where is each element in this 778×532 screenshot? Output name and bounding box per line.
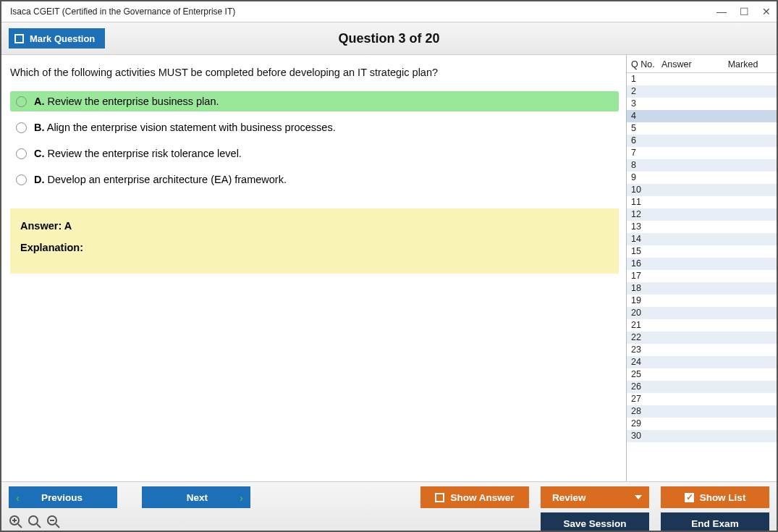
checkbox-icon <box>435 493 444 502</box>
qlist-row[interactable]: 26 <box>627 381 777 393</box>
qlist-row[interactable]: 25 <box>627 368 777 381</box>
mark-question-label: Mark Question <box>30 33 95 44</box>
choice-a[interactable]: A. Review the enterprise business plan. <box>10 91 619 111</box>
radio-icon <box>16 174 27 185</box>
qlist-row[interactable]: 15 <box>627 245 777 258</box>
qlist-row[interactable]: 10 <box>627 184 777 196</box>
save-session-button[interactable]: Save Session <box>541 512 649 532</box>
header-bar: Mark Question Question 3 of 20 <box>1 22 777 55</box>
col-qno: Q No. <box>631 59 661 69</box>
qlist-row[interactable]: 4 <box>627 110 777 122</box>
choice-label: B. Align the enterprise vision statement… <box>34 122 336 133</box>
chevron-right-icon: › <box>240 491 243 504</box>
question-list-header: Q No. Answer Marked <box>627 55 777 73</box>
checkbox-icon <box>14 34 24 43</box>
choice-b[interactable]: B. Align the enterprise vision statement… <box>10 117 619 138</box>
show-list-label: Show List <box>700 492 746 503</box>
question-text: Which of the following activities MUST b… <box>10 67 619 78</box>
qlist-row[interactable]: 28 <box>627 405 777 418</box>
radio-icon <box>16 122 27 133</box>
qlist-row[interactable]: 3 <box>627 98 777 110</box>
qlist-row[interactable]: 18 <box>627 282 777 295</box>
qlist-row[interactable]: 8 <box>627 159 777 172</box>
qlist-row[interactable]: 2 <box>627 85 777 98</box>
footer-row-2: Save Session End Exam <box>9 512 769 532</box>
svg-line-5 <box>37 524 41 528</box>
next-button[interactable]: Next › <box>142 486 250 508</box>
footer-row-1: ‹ Previous Next › Show Answer Review Sho… <box>9 486 769 508</box>
previous-button[interactable]: ‹ Previous <box>9 486 117 508</box>
save-session-label: Save Session <box>563 518 626 529</box>
choice-c[interactable]: C. Review the enterprise risk tolerance … <box>10 143 619 164</box>
close-icon[interactable]: ✕ <box>762 6 771 17</box>
qlist-row[interactable]: 20 <box>627 307 777 319</box>
choice-label: A. Review the enterprise business plan. <box>34 96 219 107</box>
qlist-row[interactable]: 23 <box>627 344 777 356</box>
svg-point-4 <box>29 516 38 525</box>
mark-question-button[interactable]: Mark Question <box>9 28 105 48</box>
choices-list: A. Review the enterprise business plan.B… <box>10 91 619 190</box>
answer-panel: Answer: A Explanation: <box>10 208 619 274</box>
choice-label: D. Develop an enterprise architecture (E… <box>34 174 287 185</box>
show-answer-label: Show Answer <box>450 492 514 503</box>
review-button[interactable]: Review <box>541 486 649 508</box>
qlist-row[interactable]: 27 <box>627 393 777 405</box>
end-exam-label: End Exam <box>691 518 738 529</box>
qlist-row[interactable]: 12 <box>627 208 777 221</box>
chevron-down-icon <box>635 495 642 499</box>
qlist-row[interactable]: 22 <box>627 332 777 344</box>
minimize-icon[interactable]: — <box>716 6 727 17</box>
qlist-row[interactable]: 13 <box>627 221 777 233</box>
checkbox-checked-icon <box>685 493 694 502</box>
qlist-row[interactable]: 30 <box>627 430 777 442</box>
qlist-row[interactable]: 17 <box>627 270 777 282</box>
qlist-row[interactable]: 5 <box>627 122 777 135</box>
titlebar: Isaca CGEIT (Certified in the Governance… <box>1 1 777 22</box>
qlist-row[interactable]: 1 <box>627 73 777 85</box>
qlist-row[interactable]: 6 <box>627 135 777 147</box>
qlist-row[interactable]: 16 <box>627 258 777 270</box>
qlist-row[interactable]: 19 <box>627 295 777 307</box>
answer-label: Answer: A <box>20 220 609 232</box>
footer-bar: ‹ Previous Next › Show Answer Review Sho… <box>1 481 777 532</box>
window-controls: — ☐ ✕ <box>716 6 771 17</box>
qlist-row[interactable]: 11 <box>627 196 777 208</box>
qlist-row[interactable]: 14 <box>627 233 777 245</box>
question-list-panel: Q No. Answer Marked 12345678910111213141… <box>626 55 777 481</box>
window-title: Isaca CGEIT (Certified in the Governance… <box>10 7 235 17</box>
svg-line-1 <box>18 524 22 528</box>
explanation-label: Explanation: <box>20 242 609 253</box>
svg-line-7 <box>56 524 59 528</box>
question-list[interactable]: 1234567891011121314151617181920212223242… <box>627 73 777 481</box>
col-marked: Marked <box>712 59 774 69</box>
zoom-in-icon[interactable] <box>9 515 23 533</box>
zoom-out-icon[interactable] <box>46 515 61 533</box>
col-answer: Answer <box>661 59 712 69</box>
qlist-row[interactable]: 24 <box>627 356 777 368</box>
show-list-button[interactable]: Show List <box>661 486 769 508</box>
zoom-icon[interactable] <box>28 515 42 533</box>
previous-label: Previous <box>18 492 106 503</box>
radio-icon <box>16 96 27 107</box>
qlist-row[interactable]: 7 <box>627 147 777 159</box>
end-exam-button[interactable]: End Exam <box>661 512 769 532</box>
qlist-row[interactable]: 9 <box>627 172 777 184</box>
next-label: Next <box>153 492 241 503</box>
maximize-icon[interactable]: ☐ <box>740 6 749 17</box>
radio-icon <box>16 148 27 159</box>
qlist-row[interactable]: 21 <box>627 319 777 332</box>
qlist-row[interactable]: 29 <box>627 418 777 430</box>
question-content: Which of the following activities MUST b… <box>1 55 626 481</box>
question-counter: Question 3 of 20 <box>338 31 439 46</box>
choice-d[interactable]: D. Develop an enterprise architecture (E… <box>10 169 619 190</box>
choice-label: C. Review the enterprise risk tolerance … <box>34 148 242 159</box>
review-label: Review <box>552 492 586 503</box>
show-answer-button[interactable]: Show Answer <box>420 486 529 508</box>
main-area: Which of the following activities MUST b… <box>1 55 777 481</box>
zoom-tools <box>9 515 61 533</box>
